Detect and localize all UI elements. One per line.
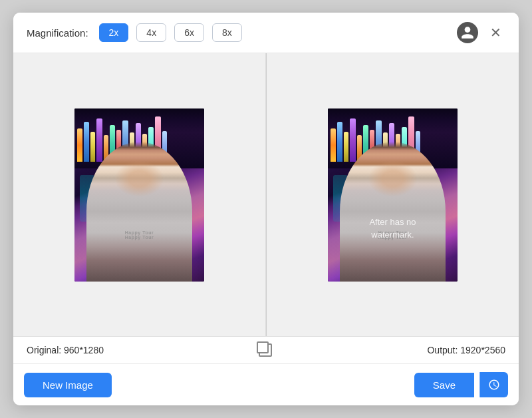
info-bar: Original: 960*1280 Output: 1920*2560 <box>13 336 519 363</box>
out-bottle-2 <box>337 122 342 162</box>
output-dimensions: Output: 1920*2560 <box>427 345 505 355</box>
magnification-label: Magnification: <box>27 27 88 39</box>
output-hoodie-text: Happy Tour Happy Tour <box>364 225 421 245</box>
out-bottle-1 <box>331 128 336 162</box>
output-preview-panel: Happy Tour Happy Tour After has no water… <box>267 53 519 336</box>
bottle-3 <box>90 132 95 162</box>
new-image-button[interactable]: New Image <box>24 373 112 397</box>
original-preview-panel: Happy Tour Happy Tour <box>13 53 266 336</box>
clock-icon <box>488 379 500 391</box>
output-photo: Happy Tour Happy Tour After has no water… <box>328 108 458 282</box>
save-button[interactable]: Save <box>414 373 474 397</box>
preview-area: Happy Tour Happy Tour <box>13 53 519 336</box>
original-dimensions: Original: 960*1280 <box>27 345 104 355</box>
mag-6x-button[interactable]: 6x <box>174 23 204 42</box>
mag-8x-button[interactable]: 8x <box>212 23 242 42</box>
footer: New Image Save <box>13 363 519 405</box>
mag-2x-button[interactable]: 2x <box>99 23 129 42</box>
copy-icon[interactable] <box>259 343 272 357</box>
output-face-highlight <box>368 160 418 197</box>
original-photo: Happy Tour Happy Tour <box>74 108 204 282</box>
user-avatar-icon[interactable] <box>457 22 478 43</box>
out-bottle-3 <box>344 132 348 162</box>
close-button[interactable]: ✕ <box>486 25 505 41</box>
header: Magnification: 2x 4x 6x 8x ✕ <box>13 13 519 53</box>
bottle-4 <box>96 118 102 162</box>
mag-4x-button[interactable]: 4x <box>136 23 166 42</box>
bottle-1 <box>77 128 82 162</box>
bottle-2 <box>84 122 89 162</box>
hoodie-text: Happy Tour Happy Tour <box>111 225 168 245</box>
history-button[interactable] <box>479 372 508 397</box>
main-window: Magnification: 2x 4x 6x 8x ✕ <box>13 13 519 405</box>
out-bottle-4 <box>350 118 356 162</box>
face-highlight <box>114 160 164 197</box>
